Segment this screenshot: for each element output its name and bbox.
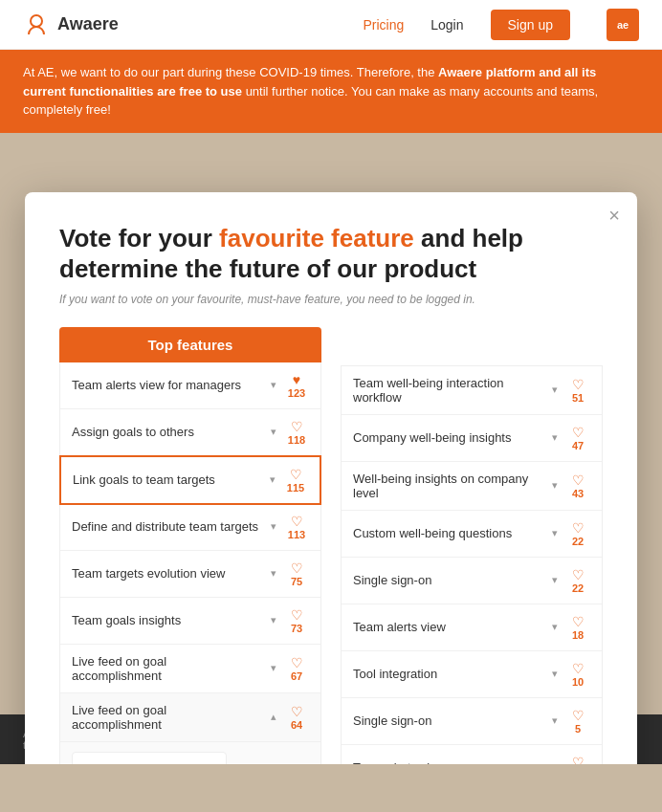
feature-label: Team targets evolution view: [72, 566, 259, 581]
feature-label: Company well-being insights: [353, 430, 541, 445]
vote-number: 5: [575, 723, 581, 735]
signup-button[interactable]: Sign up: [491, 10, 570, 40]
feature-label: Custom well-being questions: [353, 526, 541, 540]
list-item[interactable]: Team alerts view ▾ ♡ 2: [342, 745, 602, 764]
list-item[interactable]: Define and distribute team targets ▾ ♡ 1…: [60, 504, 320, 551]
chevron-down-icon: ▾: [552, 527, 558, 539]
vote-count: ♡ 118: [284, 419, 309, 446]
list-item[interactable]: Team alerts view for managers ▾ ♥ 123: [60, 362, 320, 409]
heart-outline-icon: ♡: [291, 419, 303, 434]
feature-label: Single sign-on: [353, 573, 541, 587]
left-feature-list: Team alerts view for managers ▾ ♥ 123 As…: [59, 362, 321, 764]
vote-number: 113: [288, 529, 305, 540]
heart-outline-icon: ♡: [572, 661, 585, 676]
feature-label: Assign goals to others: [72, 425, 259, 439]
avatar: ae: [607, 9, 639, 41]
vote-number: 10: [572, 676, 584, 688]
vote-count: ♡ 73: [284, 607, 309, 634]
vote-count: ♥ 123: [284, 372, 309, 399]
svg-point-0: [31, 15, 42, 27]
vote-count: ♡ 75: [284, 560, 309, 587]
list-item[interactable]: Tool integration ▾ ♡ 10: [342, 651, 602, 698]
chevron-down-icon: ▾: [552, 761, 558, 764]
feature-label: Single sign-on: [353, 713, 541, 728]
list-item[interactable]: Team targets evolution view ▾ ♡ 75: [60, 551, 320, 598]
feature-vote-modal: × Vote for your favourite feature and he…: [25, 192, 637, 764]
right-feature-list: Team well-being interaction workflow ▾ ♡…: [341, 365, 603, 764]
vote-number: 73: [291, 623, 302, 634]
heart-outline-icon: ♡: [290, 467, 302, 482]
list-item[interactable]: Live feed on goal accomplishment ▾ ♡ 67: [60, 645, 320, 693]
chevron-down-icon: ▾: [271, 426, 276, 438]
feature-label: Live feed on goal accomplishment: [72, 654, 259, 683]
feature-label: Team well-being interaction workflow: [353, 376, 541, 405]
vote-count: ♡ 113: [284, 514, 309, 540]
login-link[interactable]: Login: [430, 17, 463, 33]
modal-backdrop: × Vote for your favourite feature and he…: [0, 183, 662, 764]
covid-banner: At AE, we want to do our part during the…: [0, 50, 662, 133]
heart-outline-icon: ♡: [572, 614, 585, 629]
vote-number: 47: [572, 440, 584, 451]
feature-label: Team alerts view for managers: [72, 378, 259, 392]
logo: Awaere: [23, 11, 119, 38]
vote-number: 64: [291, 719, 302, 731]
heart-outline-icon: ♡: [291, 514, 303, 529]
vote-count: ♡ 47: [565, 425, 590, 451]
chevron-down-icon: ▾: [271, 520, 276, 533]
feature-label: Link goals to team targets: [73, 472, 258, 487]
vote-count: ♡ 5: [565, 708, 590, 735]
heart-filled-icon: ♥: [293, 372, 300, 387]
chevron-down-icon: ▾: [271, 567, 276, 580]
expanded-body: This functionality enables a team to mot…: [72, 752, 309, 764]
vote-count: ♡ 43: [565, 472, 590, 499]
chevron-down-icon: ▾: [552, 668, 558, 680]
heart-outline-icon: ♡: [572, 708, 585, 723]
banner-text: At AE, we want to do our part during the…: [23, 65, 598, 117]
feature-expanded-content: This functionality enables a team to mot…: [60, 742, 320, 764]
nav-links: Pricing Login Sign up ae: [363, 9, 639, 41]
heart-outline-icon: ♡: [572, 377, 585, 392]
vote-number: 43: [572, 488, 584, 499]
vote-count: ♡ 51: [565, 377, 590, 404]
vote-number: 75: [291, 576, 302, 587]
list-item[interactable]: Team well-being interaction workflow ▾ ♡…: [342, 366, 602, 415]
vote-number: 115: [287, 482, 304, 494]
list-item[interactable]: Assign goals to others ▾ ♡ 118: [60, 409, 320, 456]
list-item[interactable]: Company well-being insights ▾ ♡ 47: [342, 415, 602, 462]
list-item[interactable]: Single sign-on ▾ ♡ 5: [342, 698, 602, 745]
features-grid: Top features Team alerts view for manage…: [59, 327, 603, 764]
chevron-down-icon: ▾: [552, 384, 558, 396]
vote-count: ♡ 10: [565, 661, 590, 688]
list-item[interactable]: Link goals to team targets ▾ ♡ 115: [59, 455, 321, 505]
vote-number: 22: [572, 582, 584, 594]
title-start: Vote for your: [59, 224, 219, 252]
vote-count: ♡ 22: [565, 520, 590, 547]
feature-label: Team alerts view: [353, 760, 541, 764]
feature-label: Define and distribute team targets: [72, 519, 259, 534]
feature-label: Team alerts view: [353, 620, 541, 634]
pricing-link[interactable]: Pricing: [363, 17, 404, 33]
chevron-down-icon: ▾: [270, 473, 276, 486]
list-item[interactable]: Custom well-being questions ▾ ♡ 22: [342, 511, 602, 558]
chevron-down-icon: ▾: [271, 614, 276, 626]
modal-title: Vote for your favourite feature and help…: [59, 223, 603, 285]
feature-item-header[interactable]: Live feed on goal accomplishment ▴ ♡ 64: [60, 693, 320, 742]
list-item[interactable]: Well-being insights on company level ▾ ♡…: [342, 462, 602, 511]
list-item[interactable]: Single sign-on ▾ ♡ 22: [342, 558, 602, 604]
feature-label: Well-being insights on company level: [353, 472, 541, 500]
logo-icon: [23, 11, 50, 38]
vote-number: 67: [291, 670, 302, 682]
heart-outline-icon: ♡: [291, 607, 303, 623]
heart-outline-icon: ♡: [291, 655, 303, 670]
chevron-down-icon: ▾: [271, 662, 276, 674]
vote-number: 123: [288, 387, 305, 399]
chevron-down-icon: ▾: [271, 379, 276, 391]
vote-count: ♡ 18: [565, 614, 590, 641]
feature-label: Tool integration: [353, 667, 541, 681]
vote-number: 118: [288, 434, 305, 446]
close-button[interactable]: ×: [608, 206, 620, 225]
logo-text: Awaere: [57, 14, 119, 34]
chevron-down-icon: ▾: [552, 431, 558, 444]
list-item[interactable]: Team goals insights ▾ ♡ 73: [60, 598, 320, 645]
list-item[interactable]: Team alerts view ▾ ♡ 18: [342, 604, 602, 651]
